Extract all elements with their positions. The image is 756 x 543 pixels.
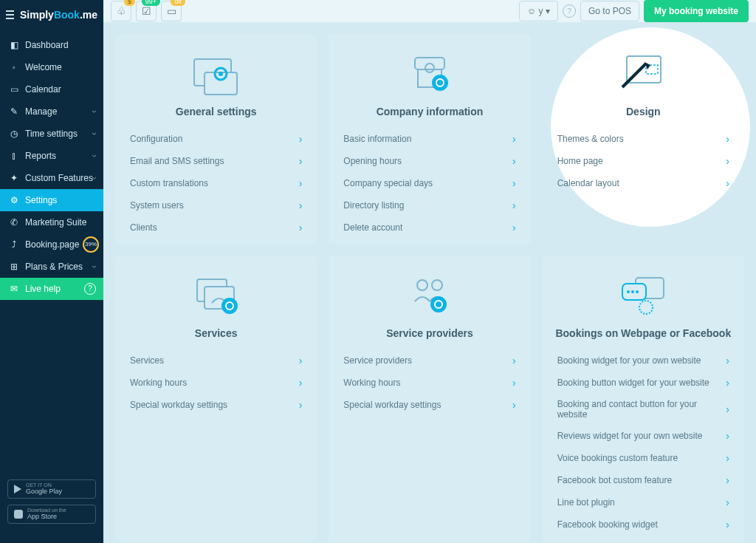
card-link[interactable]: Opening hours›	[329, 150, 530, 172]
svg-point-19	[430, 296, 447, 313]
card-link[interactable]: Booking and contact button for your webs…	[543, 394, 744, 425]
calendar-icon: ▭	[167, 5, 176, 17]
user-menu[interactable]: ☺ y ▾	[519, 1, 558, 21]
card-link[interactable]: Clients›	[115, 216, 317, 239]
sidebar-item-dashboard[interactable]: ◧Dashboard	[0, 34, 103, 56]
card-link[interactable]: Working hours›	[329, 372, 530, 394]
card-link[interactable]: System users›	[115, 194, 317, 216]
sidebar-item-booking-page[interactable]: ⤴Booking.page39%	[0, 233, 103, 256]
sidebar-label: Custom Features	[25, 173, 93, 183]
bookings-button[interactable]: ☑ 99+	[136, 1, 157, 21]
svg-point-7	[432, 75, 448, 91]
sidebar-label: Time settings	[25, 129, 78, 139]
sidebar-item-plans-prices[interactable]: ⊞Plans & Prices	[0, 256, 103, 278]
chevron-right-icon: ›	[299, 199, 303, 211]
svg-point-15	[221, 298, 238, 314]
sidebar-item-custom-features[interactable]: ✦Custom Features	[0, 167, 103, 189]
app-store-badge[interactable]: Download on theApp Store	[7, 505, 96, 524]
card-link[interactable]: Basic information›	[329, 128, 530, 150]
card-link[interactable]: Facebook bot custom feature›	[543, 469, 744, 491]
notifications-button[interactable]: ♧ $	[111, 1, 131, 21]
card-link[interactable]: Calendar layout›	[543, 172, 744, 194]
card-link-label: Facebook bot custom feature	[557, 475, 672, 485]
card-link[interactable]: Voice bookings custom feature›	[543, 447, 744, 469]
brand-part1: Simply	[20, 9, 54, 21]
card-link[interactable]: Services›	[115, 349, 317, 372]
card-link[interactable]: Reviews widget for your own website›	[543, 425, 744, 447]
card-title: Company information	[329, 106, 530, 117]
chevron-right-icon: ›	[512, 199, 516, 211]
sidebar-item-calendar[interactable]: ▭Calendar	[0, 78, 103, 100]
chevron-right-icon: ›	[726, 496, 729, 508]
card-link[interactable]: Special workday settings›	[115, 394, 317, 416]
card-illustration	[115, 270, 317, 321]
card-link[interactable]: Custom translations›	[115, 172, 317, 194]
sidebar-item-time-settings[interactable]: ◷Time settings	[0, 123, 103, 145]
sidebar-nav: ◧Dashboard◦Welcome▭Calendar✎Manage◷Time …	[0, 30, 103, 466]
chevron-right-icon: ›	[512, 133, 516, 145]
sidebar-item-settings[interactable]: ⚙Settings	[0, 189, 103, 211]
store2-label: App Store	[27, 513, 57, 520]
card-link[interactable]: Themes & colors›	[543, 128, 744, 150]
chevron-right-icon: ›	[726, 377, 729, 389]
card-link-label: Clients	[130, 222, 157, 233]
sidebar-label: Marketing Suite	[25, 217, 86, 228]
chevron-right-icon: ›	[299, 133, 303, 145]
settings-card-bookings-on-webpage-or-facebook: Bookings on Webpage or FacebookBooking w…	[543, 256, 744, 542]
hamburger-icon[interactable]	[6, 10, 14, 19]
go-to-pos-button[interactable]: Go to POS	[580, 1, 639, 21]
settings-card-design: DesignThemes & colors›Home page›Calendar…	[543, 35, 744, 245]
svg-point-24	[631, 290, 634, 293]
help-icon[interactable]: ?	[563, 4, 576, 18]
sidebar-label: Booking.page	[25, 239, 79, 250]
sidebar-icon: ⫿	[7, 151, 21, 161]
sidebar-label: Welcome	[25, 62, 62, 72]
card-link[interactable]: Booking widget for your own website›	[543, 349, 744, 372]
chevron-right-icon: ›	[726, 133, 729, 145]
card-link[interactable]: Configuration›	[115, 128, 317, 150]
brand-part2: Book	[54, 9, 80, 21]
card-links: Services›Working hours›Special workday s…	[115, 349, 317, 416]
sidebar-label: Dashboard	[25, 40, 69, 50]
chevron-right-icon: ›	[512, 355, 516, 366]
sidebar-item-reports[interactable]: ⫿Reports	[0, 145, 103, 167]
card-link-label: Custom translations	[130, 178, 208, 188]
card-link[interactable]: Home page›	[543, 150, 744, 172]
sidebar-item-manage[interactable]: ✎Manage	[0, 100, 103, 123]
svg-point-25	[636, 290, 639, 293]
sidebar-icon: ✦	[7, 173, 21, 183]
card-link[interactable]: Booking button widget for your website›	[543, 372, 744, 394]
card-link[interactable]: Line bot plugin›	[543, 491, 744, 513]
play-icon	[14, 485, 21, 494]
apple-icon	[14, 510, 23, 519]
card-link[interactable]: Working hours›	[115, 372, 317, 394]
card-link-label: Booking button widget for your website	[557, 378, 709, 388]
sidebar-label: Plans & Prices	[25, 262, 83, 272]
svg-point-3	[219, 72, 223, 76]
card-link-label: Line bot plugin	[557, 497, 615, 508]
chevron-right-icon: ›	[299, 399, 303, 411]
card-link[interactable]: Directory listing›	[329, 194, 530, 216]
chevron-right-icon: ›	[726, 355, 729, 366]
check-icon: ☑	[142, 5, 151, 17]
sidebar-label: Live help	[25, 284, 61, 294]
google-play-badge[interactable]: GET IT ONGoogle Play	[7, 479, 96, 499]
card-link-label: Working hours	[343, 378, 400, 388]
card-link[interactable]: Email and SMS settings›	[115, 150, 317, 172]
sidebar-item-marketing-suite[interactable]: ✆Marketing Suite	[0, 211, 103, 233]
my-booking-website-button[interactable]: My booking website	[644, 0, 749, 22]
brand[interactable]: SimplyBook.me	[0, 0, 103, 30]
brand-part3: .me	[80, 9, 97, 21]
card-links: Service providers›Working hours›Special …	[329, 349, 530, 416]
card-link[interactable]: Company special days›	[329, 172, 530, 194]
sidebar-item-live-help[interactable]: ✉Live help	[0, 278, 103, 300]
settings-card-company-information: Company informationBasic information›Ope…	[329, 35, 530, 245]
offers-button[interactable]: ▭ off	[161, 1, 182, 21]
sidebar-icon: ✆	[7, 217, 21, 228]
card-link-label: Services	[130, 355, 164, 366]
card-link[interactable]: Special workday settings›	[329, 394, 530, 416]
card-link[interactable]: Service providers›	[329, 349, 530, 372]
card-link[interactable]: Facebook booking widget›	[543, 513, 744, 536]
sidebar-item-welcome[interactable]: ◦Welcome	[0, 56, 103, 78]
card-link[interactable]: Delete account›	[329, 216, 530, 239]
